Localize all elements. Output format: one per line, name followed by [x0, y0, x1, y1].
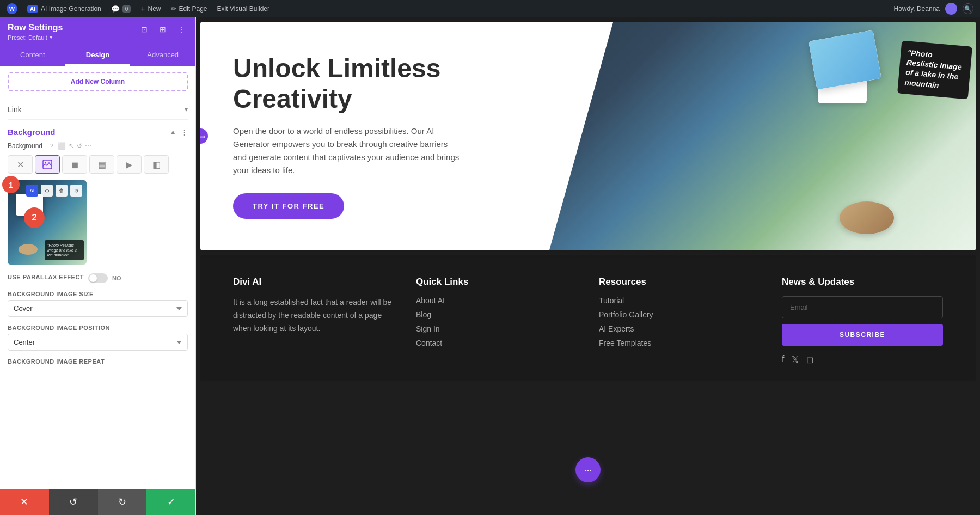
link-section-toggle[interactable]: Link ▾ [8, 100, 188, 120]
footer-link-portfolio[interactable]: Portfolio Gallery [599, 310, 760, 319]
footer-link-blog[interactable]: Blog [416, 310, 577, 319]
save-button[interactable]: ✓ [146, 489, 195, 515]
bg-type-image[interactable] [35, 155, 60, 174]
admin-bar: W AI AI Image Generation 💬 0 + New ✏ Edi… [0, 0, 980, 17]
hero-title: Unlock Limitless Creativity [233, 53, 473, 113]
footer-newsletter-title: News & Updates [782, 277, 943, 287]
bg-repeat-group: Background Image Repeat [8, 358, 188, 365]
hero-bowl-image [840, 201, 894, 234]
chevron-down-icon: ▾ [185, 106, 188, 113]
admin-bar-right: Howdy, Deanna 🔍 [894, 3, 974, 15]
layout-icon[interactable]: ⊞ [156, 23, 169, 36]
panel-content: Add New Column Link ▾ Background ▲ ⋮ Bac… [0, 66, 195, 489]
ai-image-generation-menu[interactable]: AI AI Image Generation [27, 5, 101, 13]
svg-point-1 [45, 162, 46, 163]
left-panel: Row Settings Preset: Default ▾ ⊡ ⊞ ⋮ Con… [0, 17, 196, 515]
tab-advanced[interactable]: Advanced [130, 45, 195, 66]
footer-divi-ai-title: Divi AI [233, 277, 394, 287]
bg-type-video[interactable]: ▶ [117, 155, 142, 174]
thumbnail-actions: AI ⚙ 🗑 ↺ [26, 185, 82, 197]
settings-thumbnail-btn[interactable]: ⚙ [41, 185, 53, 197]
bg-size-label: Background Image Size [8, 291, 188, 297]
bg-type-pattern[interactable]: ▤ [89, 155, 114, 174]
close-button[interactable]: ✕ [0, 489, 49, 515]
wordpress-icon[interactable]: W [7, 3, 17, 14]
reset-thumbnail-btn[interactable]: ↺ [70, 185, 82, 197]
link-section-title: Link [8, 105, 22, 114]
bg-position-label: Background Image Position [8, 324, 188, 331]
hero-photo-card [808, 30, 881, 89]
bg-type-mask[interactable]: ◧ [144, 155, 169, 174]
reset-icon[interactable]: ↺ [77, 142, 82, 150]
undo-button[interactable]: ↺ [49, 489, 98, 515]
bg-size-group: Background Image Size Cover [8, 291, 188, 317]
comment-count: 0 [122, 5, 131, 13]
background-title: Background [8, 127, 56, 137]
bottom-bar: ✕ ↺ ↻ ✓ [0, 489, 195, 515]
footer-col-resources: Resources Tutorial Portfolio Gallery AI … [599, 277, 760, 365]
footer-col-quick-links: Quick Links About AI Blog Sign In Contac… [416, 277, 577, 365]
floating-action-button[interactable]: ··· [575, 457, 601, 482]
hero-description: Open the door to a world of endless poss… [233, 125, 462, 177]
badge-2: 2 [24, 207, 45, 228]
bg-position-group: Background Image Position Center [8, 324, 188, 351]
new-menu[interactable]: + New [140, 4, 161, 13]
hero-cta-button[interactable]: TRY IT FOR FREE [233, 193, 344, 219]
tab-content[interactable]: Content [0, 45, 65, 66]
parallax-toggle-row: Use Parallax Effect NO [8, 273, 188, 283]
parallax-toggle-value: NO [112, 275, 121, 281]
background-type-row: ✕ ◼ ▤ ▶ ◧ [8, 155, 188, 174]
ai-badge: AI [27, 5, 38, 13]
copy-icon[interactable]: ⬜ [58, 142, 66, 150]
parallax-toggle-switch[interactable] [88, 273, 108, 283]
cursor-icon[interactable]: ↖ [69, 142, 74, 150]
facebook-icon[interactable]: f [782, 354, 784, 365]
ai-thumbnail-btn[interactable]: AI [26, 185, 38, 197]
footer-link-about-ai[interactable]: About AI [416, 296, 577, 305]
background-sub-row: Background ? ⬜ ↖ ↺ ⋯ [8, 142, 188, 150]
search-icon[interactable]: 🔍 [963, 3, 973, 14]
user-avatar [945, 3, 957, 15]
footer-link-sign-in[interactable]: Sign In [416, 324, 577, 333]
bg-type-none[interactable]: ✕ [8, 155, 33, 174]
chevron-up-icon[interactable]: ▲ [169, 128, 176, 136]
hero-content: Unlock Limitless Creativity Open the doo… [200, 26, 505, 246]
social-icons-row: f 𝕏 ◻ [782, 354, 943, 365]
bg-position-select[interactable]: Center [8, 334, 188, 351]
parallax-label: Use Parallax Effect [8, 274, 84, 280]
background-more-icon[interactable]: ⋮ [181, 128, 188, 136]
row-settings-header: Row Settings Preset: Default ▾ ⊡ ⊞ ⋮ [0, 17, 195, 45]
footer-col-divi-ai: Divi AI It is a long established fact th… [233, 277, 394, 365]
row-settings-preset[interactable]: Preset: Default ▾ [8, 34, 63, 41]
edit-page-menu[interactable]: ✏ Edit Page [171, 5, 207, 13]
add-column-btn[interactable]: Add New Column [8, 72, 188, 91]
more-options-icon[interactable]: ⋮ [175, 23, 188, 36]
background-sub-icons: ⬜ ↖ ↺ ⋯ [58, 142, 91, 150]
right-area: "Photo Reslistic Image of a lake in the … [196, 17, 980, 515]
newsletter-email-input[interactable] [782, 296, 943, 318]
delete-thumbnail-btn[interactable]: 🗑 [56, 185, 68, 197]
exit-builder-menu[interactable]: Exit Visual Builder [217, 5, 270, 13]
footer-link-tutorial[interactable]: Tutorial [599, 296, 760, 305]
footer-link-ai-experts[interactable]: AI Experts [599, 324, 760, 333]
background-field-label: Background [8, 142, 46, 150]
hero-section: "Photo Reslistic Image of a lake in the … [200, 22, 976, 250]
footer-link-contact[interactable]: Contact [416, 339, 577, 347]
instagram-icon[interactable]: ◻ [806, 354, 813, 365]
fullscreen-icon[interactable]: ⊡ [138, 23, 151, 36]
badge-1: 1 [2, 176, 20, 193]
help-icon[interactable]: ? [50, 143, 53, 149]
redo-button[interactable]: ↻ [98, 489, 147, 515]
comments-menu[interactable]: 💬 0 [111, 5, 131, 13]
subscribe-button[interactable]: SUBSCRIBE [782, 324, 943, 346]
background-section-header: Background ▲ ⋮ [8, 127, 188, 137]
tab-design[interactable]: Design [65, 45, 131, 66]
bg-type-gradient[interactable]: ◼ [62, 155, 87, 174]
hero-bg-image: "Photo Reslistic Image of a lake in the … [549, 22, 976, 250]
bg-size-select[interactable]: Cover [8, 300, 188, 317]
twitter-icon[interactable]: 𝕏 [792, 354, 799, 365]
options-icon[interactable]: ⋯ [85, 142, 91, 150]
bg-repeat-label: Background Image Repeat [8, 358, 188, 365]
footer-link-free-templates[interactable]: Free Templates [599, 339, 760, 347]
footer-section: Divi AI It is a long established fact th… [200, 255, 976, 381]
